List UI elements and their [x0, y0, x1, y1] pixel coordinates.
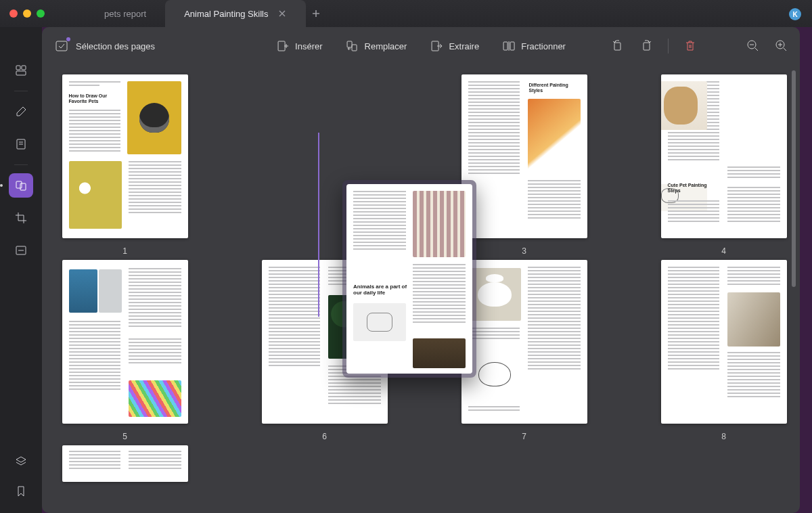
selection-badge [66, 37, 70, 41]
thumb-image-pug [127, 81, 181, 154]
svg-rect-7 [56, 41, 67, 51]
zoom-out-button[interactable] [746, 39, 759, 54]
page-heading: How to Draw Our Favorite Pets [69, 93, 116, 104]
sidebar-redact[interactable] [9, 238, 33, 263]
toolbar-divider [668, 39, 669, 53]
page-cell-3[interactable]: Different Painting Styles 3 [459, 74, 589, 256]
page-cell-5[interactable]: 5 [60, 260, 190, 441]
svg-rect-12 [503, 42, 508, 50]
page-thumbnail[interactable]: How to Draw Our Favorite Pets [62, 74, 188, 238]
page-thumbnail[interactable]: Cute Pet Painting Steps [661, 74, 787, 238]
page-heading: Animals are a part of our daily life [353, 284, 410, 296]
svg-rect-15 [644, 43, 650, 50]
thumb-image-person [99, 269, 122, 313]
page-cell-1[interactable]: How to Draw Our Favorite Pets 1 [60, 74, 190, 256]
tab-label: pets report [104, 9, 146, 19]
page-thumbnail[interactable]: Different Painting Styles [461, 74, 587, 238]
thumb-image-horse [727, 292, 780, 347]
delete-button[interactable] [683, 39, 697, 54]
page-cell-9[interactable] [60, 445, 190, 482]
window-close-button[interactable] [9, 9, 18, 18]
thumb-image-daisies [69, 161, 122, 229]
thumb-image-pencils [129, 380, 181, 417]
svg-rect-2 [16, 71, 26, 75]
page-number: 3 [522, 246, 526, 256]
sidebar-annotate[interactable] [9, 132, 33, 156]
page-cell-8[interactable]: 8 [658, 260, 789, 441]
page-toolbar: Sélection des pages Insérer Remplacer Ex… [42, 27, 800, 65]
split-button[interactable]: Fractionner [502, 39, 566, 53]
page-selection-button[interactable]: Sélection des pages [54, 39, 155, 53]
svg-rect-9 [348, 41, 353, 47]
left-sidebar [0, 27, 42, 513]
page-thumbnail[interactable] [62, 445, 188, 482]
rotate-right-button[interactable] [639, 39, 653, 54]
extract-button[interactable]: Extraire [430, 39, 479, 53]
page-thumbnail[interactable] [461, 260, 587, 424]
document-tabs: pets report Animal Painting Skills [85, 0, 326, 27]
sidebar-edit[interactable] [9, 99, 33, 124]
sidebar-bookmark[interactable] [9, 479, 33, 504]
svg-rect-8 [278, 41, 285, 51]
window-minimize-button[interactable] [23, 9, 31, 18]
scrollbar-thumb[interactable] [792, 70, 796, 287]
svg-rect-10 [353, 45, 357, 51]
insert-button[interactable]: Insérer [276, 39, 322, 53]
page-heading: Different Painting Styles [529, 83, 581, 93]
svg-rect-1 [22, 66, 26, 70]
sidebar-page-organize[interactable] [9, 173, 33, 198]
avatar-initial: K [792, 11, 797, 18]
selection-label: Sélection des pages [76, 41, 155, 51]
extract-label: Extraire [449, 41, 479, 51]
tab-pets-report[interactable]: pets report [85, 0, 165, 27]
thumb-image-corgi [661, 81, 707, 130]
window-titlebar: pets report Animal Painting Skills K [0, 0, 812, 27]
window-zoom-button[interactable] [37, 9, 45, 18]
page-cell-7[interactable]: 7 [459, 260, 589, 441]
sidebar-divider [14, 91, 28, 91]
sidebar-crop[interactable] [9, 206, 33, 230]
page-number: 8 [721, 432, 726, 441]
drag-insert-indicator [318, 133, 319, 317]
dragging-page-ghost[interactable]: Animals are a part of our daily life [342, 180, 476, 378]
pages-grid-area: How to Draw Our Favorite Pets 1 [42, 65, 800, 513]
page-number: 7 [522, 432, 526, 441]
sidebar-thumbnails[interactable] [9, 58, 33, 83]
svg-rect-13 [510, 42, 514, 50]
zoom-in-button[interactable] [774, 39, 788, 54]
svg-rect-0 [16, 66, 20, 70]
new-tab-button[interactable] [306, 0, 326, 27]
page-cell-4[interactable]: Cute Pet Painting Steps 4 [658, 74, 789, 256]
window-controls [9, 9, 45, 18]
page-number: 5 [122, 432, 127, 441]
rotate-left-button[interactable] [611, 39, 625, 54]
page-heading: Cute Pet Painting Steps [668, 183, 721, 193]
thumb-image-workshop [413, 338, 466, 368]
page-number: 1 [122, 246, 127, 256]
svg-rect-4 [16, 181, 22, 188]
insert-label: Insérer [295, 41, 322, 51]
page-number: 4 [721, 246, 726, 256]
thumb-image-fox [528, 99, 581, 172]
close-tab-button[interactable] [277, 9, 287, 18]
sidebar-divider [14, 164, 28, 165]
thumb-image-puppy-sketch [353, 303, 406, 341]
tab-label: Animal Painting Skills [184, 9, 268, 19]
page-thumbnail[interactable] [661, 260, 787, 424]
svg-rect-14 [614, 43, 621, 50]
tab-animal-painting-skills[interactable]: Animal Painting Skills [165, 0, 306, 27]
thumb-image-brushes [413, 191, 466, 257]
user-avatar[interactable]: K [789, 8, 801, 20]
split-label: Fractionner [521, 41, 566, 51]
replace-button[interactable]: Remplacer [346, 39, 407, 53]
page-thumbnail[interactable] [62, 260, 188, 424]
replace-label: Remplacer [365, 41, 407, 51]
sidebar-layers[interactable] [9, 449, 33, 474]
svg-rect-5 [20, 183, 26, 190]
thumb-image-door [69, 269, 97, 313]
page-number: 6 [322, 432, 327, 441]
